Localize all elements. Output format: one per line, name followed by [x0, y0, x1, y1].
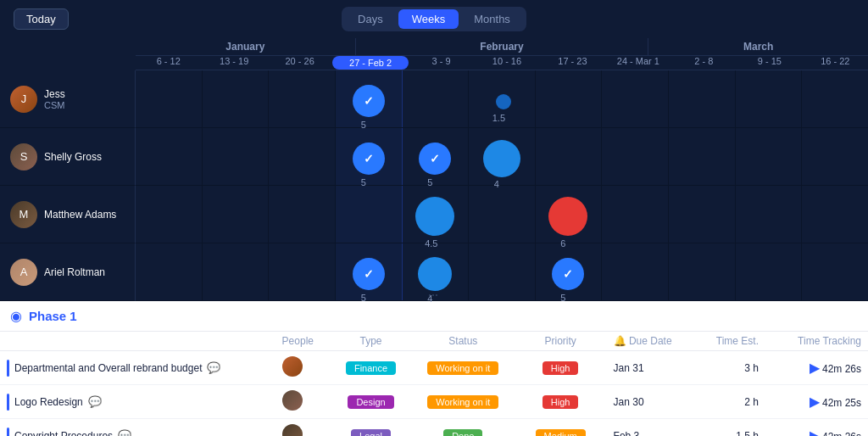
week-label-3-current: 27 - Feb 2 — [332, 56, 408, 70]
task-matthew-circle[interactable] — [415, 197, 454, 236]
task-name-cell-2: Copyright Procedures 💬 — [0, 419, 275, 437]
month-march: March — [648, 38, 868, 55]
task-name-0: Departmental and Overall rebrand budget — [14, 362, 202, 374]
task-jess-check-label: 5 — [361, 120, 366, 130]
person-name-matthew: Matthew Adams — [44, 209, 116, 221]
task-time-est-0: 3 h — [693, 351, 765, 385]
task-people-2 — [275, 419, 331, 437]
comment-icon-0[interactable]: 💬 — [207, 361, 220, 374]
task-time-est-1: 2 h — [693, 385, 765, 419]
view-switcher: Days Weeks Months — [342, 7, 526, 31]
check-icon: ✓ — [364, 94, 374, 108]
task-status-2: Done — [412, 419, 515, 437]
task-due-date-1: Jan 30 — [607, 385, 694, 419]
col-due-date: 🔔 Due Date — [607, 332, 694, 351]
left-bar-0 — [7, 360, 9, 377]
task-type-1: Design — [330, 385, 412, 419]
task-type-0: Finance — [330, 351, 412, 385]
priority-badge-0: High — [542, 361, 579, 375]
avatar-ariel: A — [10, 259, 37, 286]
table-row[interactable]: Copyright Procedures 💬 Legal Done Medium… — [0, 419, 868, 437]
status-badge-2: Done — [443, 429, 482, 437]
person-name-shelly: Shelly Gross — [44, 151, 102, 163]
week-label-2: 20 - 26 — [267, 56, 332, 70]
task-name-cell-1: Logo Redesign 💬 — [0, 385, 275, 419]
task-ariel-check2[interactable]: ✓ — [552, 258, 584, 290]
task-ariel-circle[interactable] — [418, 257, 452, 291]
task-status-1: Working on it — [412, 385, 515, 419]
check-icon-2: ✓ — [364, 152, 374, 165]
person-row-ariel: A Ariel Roltman — [0, 243, 136, 301]
task-name-cell-0: Departmental and Overall rebrand budget … — [0, 351, 275, 385]
view-weeks-button[interactable]: Weeks — [398, 9, 459, 29]
week-label-10: 16 - 22 — [803, 56, 868, 70]
task-shelly-check2[interactable]: ✓ — [419, 143, 451, 175]
gantt-content: J Jess CSM S Shelly Gross M Matthew Adam… — [0, 70, 868, 301]
status-badge-1: Working on it — [427, 395, 498, 409]
week-label-0: 6 - 12 — [136, 56, 201, 70]
person-row-shelly: S Shelly Gross — [0, 128, 136, 186]
task-time-tracking-2: ▶ 42m 26s — [765, 419, 868, 437]
play-btn-1[interactable]: ▶ — [810, 394, 820, 409]
check-icon-3: ✓ — [430, 152, 440, 165]
task-shelly-circle[interactable] — [483, 140, 520, 177]
comment-icon-1[interactable]: 💬 — [88, 395, 102, 408]
task-ariel-check1[interactable]: ✓ — [353, 258, 385, 290]
person-row-jess: J Jess CSM — [0, 70, 136, 128]
task-shelly-circle-label: 4 — [494, 179, 499, 189]
task-shelly-check1[interactable]: ✓ — [353, 143, 385, 175]
col-type: Type — [330, 332, 412, 351]
task-ariel-check1-label: 5 — [361, 293, 366, 303]
task-status-0: Working on it — [412, 351, 515, 385]
view-days-button[interactable]: Days — [344, 9, 397, 29]
view-months-button[interactable]: Months — [460, 9, 524, 29]
table-row[interactable]: Departmental and Overall rebrand budget … — [0, 351, 868, 385]
task-avatar-2 — [282, 424, 303, 436]
avatar-jess: J — [10, 86, 37, 113]
task-avatar-0 — [282, 356, 303, 377]
month-january: January — [136, 38, 355, 55]
task-people-0 — [275, 351, 331, 385]
person-row-matthew: M Matthew Adams — [0, 186, 136, 243]
person-role-jess: CSM — [44, 100, 65, 110]
week-label-6: 17 - 23 — [540, 56, 605, 70]
col-time-est: Time Est. — [693, 332, 765, 351]
task-avatar-1 — [282, 390, 303, 411]
comment-icon-2[interactable]: 💬 — [118, 429, 131, 436]
person-name-ariel: Ariel Roltman — [44, 266, 105, 278]
task-name-1: Logo Redesign — [14, 396, 83, 408]
type-badge-2: Legal — [351, 429, 391, 437]
gantt-right-header: January February March 6 - 12 13 - 19 20… — [136, 38, 868, 70]
time-tracking-value-2: 42m 26s — [822, 431, 861, 436]
drag-handle[interactable]: ⋯ — [428, 289, 440, 301]
task-shelly-check2-label: 5 — [427, 177, 432, 187]
chart-grid: ✓ 5 1.5 ✓ 5 ✓ 5 4 4.5 6 — [136, 70, 868, 301]
task-due-date-0: Jan 31 — [607, 351, 694, 385]
priority-badge-1: High — [542, 395, 579, 409]
phase-title: Phase 1 — [29, 309, 77, 323]
task-jess-dot-small-label: 1.5 — [492, 113, 505, 123]
play-btn-0[interactable]: ▶ — [810, 361, 820, 375]
task-due-date-2: Feb 3 — [607, 419, 694, 437]
col-task-name — [0, 332, 275, 351]
avatar-shelly: S — [10, 143, 37, 170]
bell-icon: 🔔 — [614, 335, 626, 347]
time-tracking-value-0: 42m 26s — [822, 363, 861, 375]
week-label-8: 2 - 8 — [671, 56, 737, 70]
task-shelly-check1-label: 5 — [361, 177, 366, 187]
type-badge-0: Finance — [346, 361, 396, 375]
task-matthew-red[interactable] — [548, 197, 587, 236]
task-table: People Type Status Priority 🔔 Due Date T… — [0, 332, 868, 436]
week-label-4: 3 - 9 — [409, 56, 474, 70]
today-button[interactable]: Today — [14, 8, 69, 30]
table-row[interactable]: Logo Redesign 💬 Design Working on it Hig… — [0, 385, 868, 419]
status-badge-0: Working on it — [427, 361, 498, 375]
task-people-1 — [275, 385, 331, 419]
task-jess-dot-small[interactable] — [496, 94, 511, 109]
time-tracking-value-1: 42m 25s — [822, 397, 861, 409]
play-btn-2[interactable]: ▶ — [810, 428, 820, 436]
table-area: ◉ Phase 1 People Type Status Priority 🔔 … — [0, 301, 868, 436]
task-jess-check[interactable]: ✓ — [353, 85, 385, 117]
gantt-area: Today Days Weeks Months January February… — [0, 0, 868, 301]
task-time-est-2: 1.5 h — [693, 419, 765, 437]
